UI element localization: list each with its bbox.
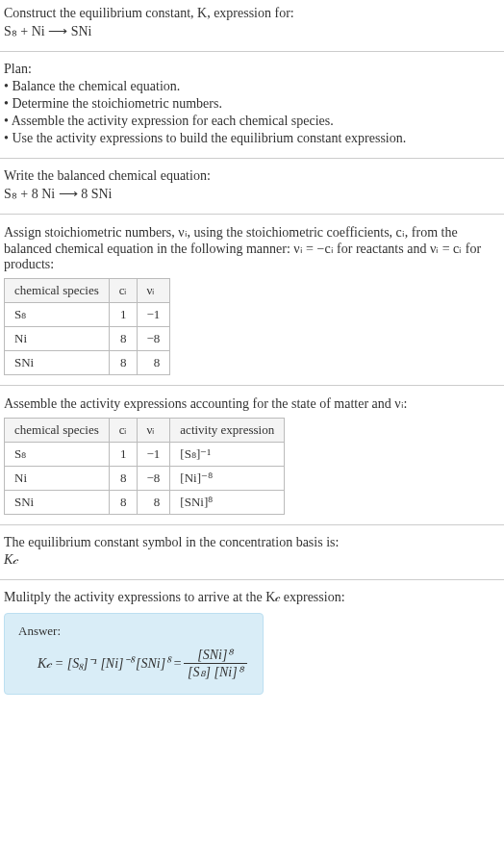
symbol-value: K𝒸 xyxy=(4,552,500,568)
intro-title: Construct the equilibrium constant, K, e… xyxy=(4,6,500,21)
final-text: Mulitply the activity expressions to arr… xyxy=(4,590,500,605)
th-ci: cᵢ xyxy=(109,419,137,443)
th-species: chemical species xyxy=(5,419,110,443)
th-vi: νᵢ xyxy=(137,419,170,443)
fraction-numerator: [SNi]⁸ xyxy=(184,647,247,664)
balanced-equation: S₈ + 8 Ni ⟶ 8 SNi xyxy=(4,186,500,202)
cell-c: 8 xyxy=(109,491,137,515)
cell-v: −8 xyxy=(137,327,170,351)
table-row: S₈ 1 −1 [S₈]⁻¹ xyxy=(5,443,285,467)
balanced-heading: Write the balanced chemical equation: xyxy=(4,168,500,184)
fraction-denominator: [S₈] [Ni]⁸ xyxy=(184,664,247,680)
table-header-row: chemical species cᵢ νᵢ activity expressi… xyxy=(5,419,285,443)
cell-v: −1 xyxy=(137,443,170,467)
symbol-section: The equilibrium constant symbol in the c… xyxy=(0,524,504,579)
cell-c: 8 xyxy=(109,351,137,375)
table-row: SNi 8 8 xyxy=(5,351,170,375)
intro-equation-text: S₈ + Ni ⟶ SNi xyxy=(4,24,91,38)
stoich-text: Assign stoichiometric numbers, νᵢ, using… xyxy=(4,224,500,272)
cell-c: 1 xyxy=(109,443,137,467)
stoich-table: chemical species cᵢ νᵢ S₈ 1 −1 Ni 8 −8 S… xyxy=(4,278,170,375)
cell-activity: [SNi]⁸ xyxy=(170,491,285,515)
plan-item-0: • Balance the chemical equation. xyxy=(4,79,500,94)
activity-text: Assemble the activity expressions accoun… xyxy=(4,395,500,412)
activity-table: chemical species cᵢ νᵢ activity expressi… xyxy=(4,418,285,515)
table-row: Ni 8 −8 [Ni]⁻⁸ xyxy=(5,467,285,491)
final-section: Mulitply the activity expressions to arr… xyxy=(0,579,504,704)
answer-equation: K𝒸 = [S₈]⁻¹ [Ni]⁻⁸ [SNi]⁸ = [SNi]⁸ [S₈] … xyxy=(38,647,249,680)
table-row: SNi 8 8 [SNi]⁸ xyxy=(5,491,285,515)
cell-species: S₈ xyxy=(5,303,110,327)
symbol-text: The equilibrium constant symbol in the c… xyxy=(4,535,500,550)
activity-section: Assemble the activity expressions accoun… xyxy=(0,385,504,524)
plan-item-1: • Determine the stoichiometric numbers. xyxy=(4,96,500,112)
answer-lhs: K𝒸 = [S₈]⁻¹ [Ni]⁻⁸ [SNi]⁸ = xyxy=(38,656,182,672)
answer-box: Answer: K𝒸 = [S₈]⁻¹ [Ni]⁻⁸ [SNi]⁸ = [SNi… xyxy=(4,613,264,695)
table-row: Ni 8 −8 xyxy=(5,327,170,351)
cell-activity: [Ni]⁻⁸ xyxy=(170,467,285,491)
plan-heading: Plan: xyxy=(4,62,500,77)
cell-species: SNi xyxy=(5,491,110,515)
plan-item-2: • Assemble the activity expression for e… xyxy=(4,114,500,129)
table-header-row: chemical species cᵢ νᵢ xyxy=(5,279,170,303)
cell-activity: [S₈]⁻¹ xyxy=(170,443,285,467)
cell-v: −1 xyxy=(137,303,170,327)
balanced-section: Write the balanced chemical equation: S₈… xyxy=(0,158,504,214)
cell-species: Ni xyxy=(5,327,110,351)
cell-species: Ni xyxy=(5,467,110,491)
th-ci: cᵢ xyxy=(109,279,137,303)
cell-species: S₈ xyxy=(5,443,110,467)
cell-v: 8 xyxy=(137,491,170,515)
intro-section: Construct the equilibrium constant, K, e… xyxy=(0,0,504,51)
page: Construct the equilibrium constant, K, e… xyxy=(0,0,504,704)
plan-item-3: • Use the activity expressions to build … xyxy=(4,131,500,146)
th-activity: activity expression xyxy=(170,419,285,443)
cell-v: 8 xyxy=(137,351,170,375)
th-species: chemical species xyxy=(5,279,110,303)
plan-section: Plan: • Balance the chemical equation. •… xyxy=(0,51,504,158)
cell-c: 1 xyxy=(109,303,137,327)
cell-c: 8 xyxy=(109,467,137,491)
intro-title-text: Construct the equilibrium constant, K, e… xyxy=(4,6,294,20)
cell-v: −8 xyxy=(137,467,170,491)
table-row: S₈ 1 −1 xyxy=(5,303,170,327)
cell-c: 8 xyxy=(109,327,137,351)
answer-fraction: [SNi]⁸ [S₈] [Ni]⁸ xyxy=(184,647,247,680)
cell-species: SNi xyxy=(5,351,110,375)
answer-label: Answer: xyxy=(18,623,249,639)
stoich-section: Assign stoichiometric numbers, νᵢ, using… xyxy=(0,214,504,385)
th-vi: νᵢ xyxy=(137,279,170,303)
intro-equation: S₈ + Ni ⟶ SNi xyxy=(4,23,500,39)
